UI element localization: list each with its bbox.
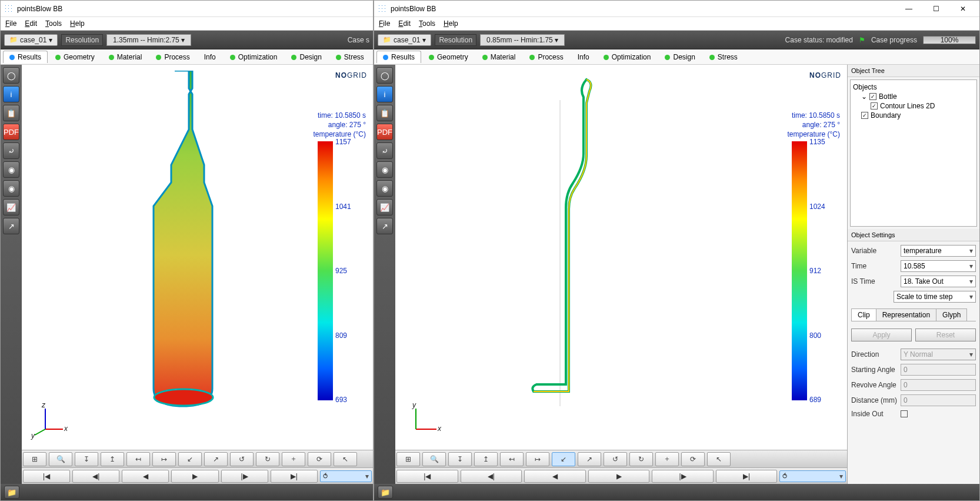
tab-geometry[interactable]: Geometry — [49, 51, 101, 63]
istime-select[interactable]: 18. Take Out — [901, 276, 976, 287]
tool-notes-icon[interactable]: 📋 — [3, 105, 19, 121]
play-first-icon[interactable]: |◀ — [23, 470, 70, 483]
vt-v2-icon[interactable]: ↥ — [474, 452, 498, 466]
scale-timestep-button[interactable]: Scale to time step — [894, 291, 976, 303]
tool-curve-icon[interactable]: 📈 — [3, 199, 19, 215]
reset-button[interactable]: Reset — [915, 329, 976, 341]
vt-v7-icon[interactable]: ↺ — [230, 452, 254, 466]
tree-bottle[interactable]: ⌄Bottle — [853, 92, 974, 101]
titlebar-right[interactable]: pointsBlow BB — ☐ ✕ — [374, 1, 979, 17]
minimize-button[interactable]: — — [896, 1, 922, 16]
play-loop-icon[interactable]: ⥀ — [320, 470, 372, 482]
footer-icon[interactable]: 📁 — [378, 486, 393, 499]
tree-contour[interactable]: Contour Lines 2D — [853, 101, 974, 111]
vt-fit-icon[interactable]: ⊞ — [396, 452, 420, 466]
vt-v1-icon[interactable]: ↧ — [75, 452, 98, 466]
tool-camera1-icon[interactable]: ◉ — [376, 161, 393, 178]
apply-button[interactable]: Apply — [851, 329, 912, 341]
tab-design[interactable]: Design — [658, 51, 701, 63]
variable-select[interactable]: temperature — [901, 245, 976, 257]
menu-tools[interactable]: Tools — [419, 19, 435, 28]
play-next-icon[interactable]: |▶ — [652, 470, 714, 483]
time-select[interactable]: 10.585 — [901, 260, 976, 272]
vt-v4-icon[interactable]: ↦ — [526, 452, 549, 466]
mtab-clip[interactable]: Clip — [851, 308, 876, 321]
vt-v3-icon[interactable]: ↤ — [500, 452, 524, 466]
vt-zoom-icon[interactable]: 🔍 — [422, 452, 446, 466]
vt-v6-icon[interactable]: ↗ — [204, 452, 228, 466]
tab-info[interactable]: Info — [571, 51, 596, 63]
maximize-button[interactable]: ☐ — [923, 1, 949, 16]
play-back-icon[interactable]: ◀ — [122, 470, 169, 483]
menu-edit[interactable]: Edit — [398, 19, 411, 28]
tab-process[interactable]: Process — [523, 51, 569, 63]
tab-optimization[interactable]: Optimization — [597, 51, 658, 63]
titlebar-left[interactable]: pointsBlow BB — [1, 1, 373, 17]
tab-info[interactable]: Info — [198, 51, 222, 63]
vt-v9-icon[interactable]: ＋ — [655, 452, 679, 466]
tool-pdf-icon[interactable]: PDF — [376, 124, 393, 140]
tool-pointer-icon[interactable]: ↗ — [376, 218, 393, 234]
tool-info-icon[interactable]: i — [3, 86, 19, 102]
play-loop-icon[interactable]: ⥀ — [779, 470, 846, 482]
vt-v4-icon[interactable]: ↦ — [152, 452, 176, 466]
vt-v10-icon[interactable]: ⟳ — [308, 452, 331, 466]
vt-zoom-icon[interactable]: 🔍 — [49, 452, 72, 466]
vt-v5-icon[interactable]: ↙ — [552, 452, 575, 466]
mtab-representation[interactable]: Representation — [876, 308, 936, 321]
tool-pointer-icon[interactable]: ↗ — [3, 218, 19, 234]
tab-stress[interactable]: Stress — [703, 51, 744, 63]
play-last-icon[interactable]: ▶| — [716, 470, 778, 483]
play-next-icon[interactable]: |▶ — [221, 470, 268, 483]
vt-v11-icon[interactable]: ↖ — [707, 452, 731, 466]
vt-v8-icon[interactable]: ↻ — [256, 452, 279, 466]
case-selector[interactable]: case_01 ▾ — [378, 34, 431, 46]
play-prev-icon[interactable]: ◀| — [461, 470, 522, 483]
tree-boundary[interactable]: Boundary — [853, 111, 974, 120]
object-tree[interactable]: Objects ⌄Bottle Contour Lines 2D Boundar… — [850, 79, 977, 227]
vt-v1-icon[interactable]: ↧ — [448, 452, 472, 466]
vt-v7-icon[interactable]: ↺ — [604, 452, 627, 466]
resolution-value-left[interactable]: 1.35mm -- Hmin:2.75 ▾ — [106, 34, 191, 46]
menu-edit[interactable]: Edit — [25, 19, 37, 28]
tool-circle-icon[interactable]: ◯ — [3, 67, 19, 84]
tool-axis-icon[interactable]: ⤾ — [3, 142, 19, 159]
play-fwd-icon[interactable]: ▶ — [588, 470, 650, 483]
footer-icon[interactable]: 📁 — [4, 486, 19, 499]
vt-v11-icon[interactable]: ↖ — [334, 452, 357, 466]
play-first-icon[interactable]: |◀ — [396, 470, 458, 483]
play-back-icon[interactable]: ◀ — [524, 470, 586, 483]
play-last-icon[interactable]: ▶| — [271, 470, 318, 483]
case-selector[interactable]: case_01 ▾ — [4, 34, 58, 46]
tool-curve-icon[interactable]: 📈 — [376, 199, 393, 215]
resolution-value-right[interactable]: 0.85mm -- Hmin:1.75 ▾ — [480, 34, 565, 46]
checkbox[interactable] — [861, 112, 868, 119]
viewport-3d[interactable]: NOGRID time: 10.5850 s angle: 275 ° temp… — [22, 65, 373, 450]
checkbox[interactable] — [869, 93, 876, 100]
tool-camera2-icon[interactable]: ◉ — [3, 180, 19, 197]
play-fwd-icon[interactable]: ▶ — [171, 470, 218, 483]
tab-stress[interactable]: Stress — [329, 51, 371, 63]
tab-design[interactable]: Design — [285, 51, 328, 63]
vt-v5-icon[interactable]: ↙ — [178, 452, 202, 466]
mtab-glyph[interactable]: Glyph — [936, 308, 967, 321]
viewport-2d[interactable]: NOGRID time: 10.5850 s angle: 275 ° temp… — [395, 65, 847, 450]
tool-circle-icon[interactable]: ◯ — [376, 67, 393, 84]
tool-camera2-icon[interactable]: ◉ — [376, 180, 393, 197]
menu-tools[interactable]: Tools — [45, 19, 62, 28]
vt-v10-icon[interactable]: ⟳ — [681, 452, 705, 466]
vt-v9-icon[interactable]: ＋ — [282, 452, 305, 466]
vt-v6-icon[interactable]: ↗ — [578, 452, 601, 466]
menu-file[interactable]: File — [5, 19, 16, 28]
close-button[interactable]: ✕ — [950, 1, 976, 16]
tab-geometry[interactable]: Geometry — [422, 51, 475, 63]
vt-v2-icon[interactable]: ↥ — [101, 452, 124, 466]
menu-help[interactable]: Help — [444, 19, 458, 28]
tree-root[interactable]: Objects — [853, 82, 974, 92]
vt-v8-icon[interactable]: ↻ — [629, 452, 653, 466]
tab-optimization[interactable]: Optimization — [224, 51, 284, 63]
vt-fit-icon[interactable]: ⊞ — [23, 452, 46, 466]
tool-axis-icon[interactable]: ⤾ — [376, 142, 393, 159]
tool-pdf-icon[interactable]: PDF — [3, 124, 19, 140]
tab-results[interactable]: Results — [376, 51, 421, 63]
